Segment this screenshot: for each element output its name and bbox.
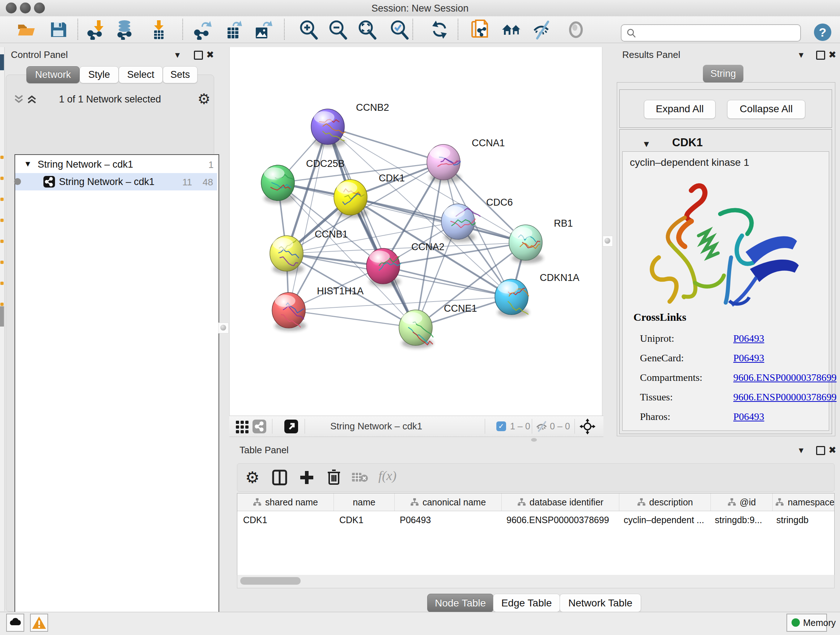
close-panel-icon[interactable]: ✖ xyxy=(206,50,214,59)
crosslink-row: Compartments:9606.ENSP00000378699 xyxy=(622,369,829,388)
open-session-icon[interactable] xyxy=(16,19,36,40)
collapse-all-button[interactable]: Collapse All xyxy=(727,100,805,119)
network-canvas[interactable]: CCNB2CCNA1CDC25BCDK1CDC6RB1CCNB1CCNA2CDK… xyxy=(229,47,602,416)
control-panel-tabs: NetworkStyleSelectSets xyxy=(27,66,207,82)
refresh-icon[interactable] xyxy=(429,19,450,40)
selected-nodes-checkbox-icon[interactable]: ✓ xyxy=(496,421,506,431)
maximize-panel-icon[interactable] xyxy=(194,51,203,60)
manual-layout-crosshair-icon[interactable] xyxy=(579,418,595,434)
network-graph[interactable]: CCNB2CCNA1CDC25BCDK1CDC6RB1CCNB1CCNA2CDK… xyxy=(230,47,602,416)
expand-all-networks-icon[interactable] xyxy=(26,93,38,105)
network-collection-row[interactable]: ▼ String Network – cdk1 1 xyxy=(15,156,217,173)
hide-selected-icon[interactable] xyxy=(532,19,553,40)
collapsed-tab-dot xyxy=(0,177,4,180)
first-neighbors-icon[interactable] xyxy=(501,19,522,40)
crosslink-row: Pharos:P06493 xyxy=(622,408,829,428)
collapsed-tab-dot xyxy=(0,219,4,222)
tab-edge-table[interactable]: Edge Table xyxy=(493,594,560,612)
create-column-icon[interactable] xyxy=(299,470,315,486)
column-header-description[interactable]: description xyxy=(619,494,711,511)
table-row[interactable]: CDK1CDK1P064939606.ENSP00000378699cyclin… xyxy=(237,511,834,529)
scrollbar-thumb[interactable] xyxy=(240,577,301,585)
network-overview-icon[interactable] xyxy=(253,420,266,433)
column-header-name[interactable]: name xyxy=(334,494,395,511)
horizontal-splitter-handle[interactable] xyxy=(531,438,537,442)
close-panel-icon[interactable]: ✖ xyxy=(829,50,836,59)
new-network-from-selection-icon[interactable] xyxy=(471,19,491,40)
node-label-CDK1: CDK1 xyxy=(379,173,405,184)
zoom-selected-icon[interactable] xyxy=(389,19,409,40)
close-panel-icon[interactable]: ✖ xyxy=(829,445,836,455)
protein-expander-icon[interactable]: ▼ xyxy=(642,139,651,149)
network-node-RB1[interactable]: RB1 xyxy=(509,218,573,260)
toolbar-separator xyxy=(284,19,285,40)
column-header-database-identifier[interactable]: database identifier xyxy=(502,494,619,511)
detach-view-icon[interactable] xyxy=(284,420,298,433)
float-panel-icon[interactable]: ▾ xyxy=(799,50,804,59)
tab-sets[interactable]: Sets xyxy=(163,66,197,83)
crosslink-link[interactable]: P06493 xyxy=(733,411,764,423)
memory-label: Memory xyxy=(803,618,836,628)
collapsed-tab[interactable] xyxy=(0,306,4,326)
import-network-from-database-icon[interactable] xyxy=(115,19,135,40)
tab-network[interactable]: Network xyxy=(27,66,80,83)
table-horizontal-scrollbar[interactable] xyxy=(237,575,835,588)
right-splitter-handle[interactable] xyxy=(603,236,613,247)
tab-node-table[interactable]: Node Table xyxy=(427,594,493,612)
table-settings-gear-icon[interactable]: ⚙ xyxy=(245,468,259,486)
zoom-out-icon[interactable] xyxy=(328,19,348,40)
protein-name: CDK1 xyxy=(672,136,703,149)
warnings-button[interactable] xyxy=(30,614,48,632)
column-header-namespace[interactable]: namespace xyxy=(773,494,835,511)
column-header-@id[interactable]: @id xyxy=(711,494,773,511)
tab-select[interactable]: Select xyxy=(118,66,163,83)
tab-style[interactable]: Style xyxy=(80,66,118,83)
hidden-count: 0 – 0 xyxy=(550,421,570,432)
delete-column-icon[interactable] xyxy=(327,469,341,486)
maximize-panel-icon[interactable] xyxy=(816,51,825,60)
collapsed-tab[interactable] xyxy=(0,54,4,70)
hidden-items-eye-icon[interactable] xyxy=(535,421,548,432)
crosslink-link[interactable]: P06493 xyxy=(733,333,764,344)
network-row-selected[interactable]: String Network – cdk1 11 48 xyxy=(15,173,217,190)
collapse-all-networks-icon[interactable] xyxy=(13,93,25,105)
network-options-gear-icon[interactable]: ⚙ xyxy=(197,90,210,107)
cloud-button[interactable] xyxy=(6,614,24,632)
float-panel-icon[interactable]: ▾ xyxy=(175,50,180,59)
crosslink-link[interactable]: 9606.ENSP00000378699 xyxy=(733,391,836,403)
network-node-CCNA1[interactable]: CCNA1 xyxy=(427,138,505,180)
export-image-icon[interactable] xyxy=(253,19,273,40)
network-node-CDC6[interactable]: CDC6 xyxy=(441,197,513,239)
table-cell: stringdb xyxy=(771,511,835,529)
left-splitter-handle[interactable] xyxy=(218,323,229,333)
maximize-panel-icon[interactable] xyxy=(816,446,825,455)
show-all-icon[interactable] xyxy=(566,19,586,40)
column-header-shared-name[interactable]: shared name xyxy=(237,494,334,511)
export-network-icon[interactable] xyxy=(193,19,213,40)
tab-string[interactable]: String xyxy=(703,65,744,82)
collection-expander-icon[interactable]: ▼ xyxy=(24,159,32,169)
network-node-CCNE1[interactable]: CCNE1 xyxy=(399,303,477,345)
network-node-CCNB2[interactable]: CCNB2 xyxy=(311,102,389,144)
help-button[interactable]: ? xyxy=(814,24,831,41)
float-panel-icon[interactable]: ▾ xyxy=(799,445,804,455)
crosslink-link[interactable]: 9606.ENSP00000378699 xyxy=(733,372,836,383)
side-tab-strip[interactable] xyxy=(0,47,5,611)
import-table-from-file-icon[interactable] xyxy=(148,19,169,40)
grid-view-icon[interactable] xyxy=(235,419,249,434)
network-node-CDKN1A[interactable]: CDKN1A xyxy=(495,272,579,315)
zoom-in-icon[interactable] xyxy=(298,19,319,40)
zoom-fit-icon[interactable] xyxy=(357,19,377,40)
expand-all-button[interactable]: Expand All xyxy=(644,100,715,119)
delete-table-icon[interactable] xyxy=(352,472,368,483)
column-header-canonical-name[interactable]: canonical name xyxy=(395,494,502,511)
import-network-from-file-icon[interactable] xyxy=(87,19,107,40)
search-input[interactable] xyxy=(639,27,796,39)
memory-button[interactable]: Memory xyxy=(786,614,827,632)
show-columns-icon[interactable] xyxy=(272,470,287,486)
export-table-icon[interactable] xyxy=(223,19,243,40)
crosslink-link[interactable]: P06493 xyxy=(733,352,764,364)
save-session-icon[interactable] xyxy=(48,19,68,40)
function-builder-icon[interactable]: f(x) xyxy=(378,468,396,483)
tab-network-table[interactable]: Network Table xyxy=(560,594,641,612)
